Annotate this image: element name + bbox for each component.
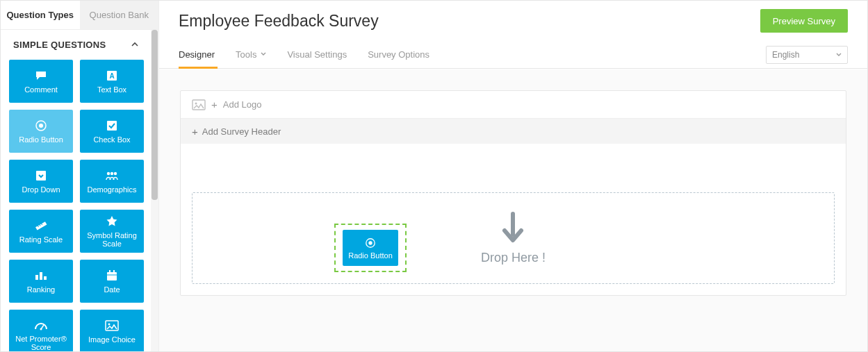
- sidebar-scroll-thumb[interactable]: [152, 30, 158, 200]
- add-logo-label: Add Logo: [223, 99, 262, 110]
- question-tile-grid: Comment A Text Box Radio Button Check Bo…: [1, 56, 151, 352]
- chevron-down-icon: [836, 50, 842, 60]
- tile-label: Demographics: [84, 185, 140, 194]
- tile-text-box[interactable]: A Text Box: [80, 60, 144, 103]
- svg-point-3: [39, 124, 43, 128]
- tab-question-bank[interactable]: Question Bank: [80, 1, 159, 29]
- tab-visual-settings[interactable]: Visual Settings: [287, 41, 347, 69]
- svg-rect-18: [109, 270, 110, 273]
- checkbox-icon: [106, 119, 118, 133]
- star-icon: [106, 215, 118, 228]
- svg-point-24: [108, 324, 110, 326]
- chevron-down-icon: [261, 51, 266, 58]
- add-survey-header-row[interactable]: + Add Survey Header: [181, 119, 846, 144]
- people-icon: [104, 169, 120, 183]
- tile-comment[interactable]: Comment: [9, 60, 73, 103]
- tile-label: Comment: [21, 85, 61, 94]
- tile-label: Symbol Rating Scale: [80, 231, 144, 248]
- dropdown-icon: [35, 169, 47, 183]
- tile-rating-scale[interactable]: Rating Scale: [9, 210, 73, 253]
- comment-icon: [35, 69, 47, 83]
- tile-label: Ranking: [24, 285, 58, 294]
- calendar-icon: [106, 269, 118, 283]
- tile-symbol-rating[interactable]: Symbol Rating Scale: [80, 210, 144, 253]
- chevron-up-icon: [131, 40, 138, 50]
- svg-line-22: [41, 325, 44, 329]
- tile-check-box[interactable]: Check Box: [80, 110, 144, 153]
- svg-point-8: [114, 172, 117, 175]
- svg-rect-4: [107, 121, 117, 131]
- svg-rect-14: [40, 272, 42, 280]
- tab-tools-label: Tools: [236, 49, 256, 60]
- drag-ghost-label: Radio Button: [348, 251, 393, 260]
- svg-rect-5: [36, 171, 46, 181]
- plus-icon: +: [211, 99, 218, 110]
- add-logo-row[interactable]: + Add Logo: [181, 91, 846, 119]
- language-value: English: [772, 50, 799, 60]
- image-placeholder-icon: [192, 99, 206, 110]
- tile-drop-down[interactable]: Drop Down: [9, 160, 73, 203]
- svg-rect-15: [44, 276, 47, 280]
- add-header-label: Add Survey Header: [202, 126, 281, 137]
- gauge-icon: [34, 318, 48, 332]
- sidebar-scroll: SIMPLE QUESTIONS Comment A Text Box: [1, 30, 151, 352]
- preview-survey-button[interactable]: Preview Survey: [760, 9, 848, 33]
- tile-ranking[interactable]: Ranking: [9, 260, 73, 303]
- arrow-down-icon: [481, 211, 546, 246]
- tile-label: Drop Down: [18, 185, 63, 194]
- section-title: SIMPLE QUESTIONS: [13, 40, 106, 50]
- svg-point-26: [195, 102, 197, 104]
- sidebar-tabs: Question Types Question Bank: [1, 1, 158, 30]
- tab-survey-options[interactable]: Survey Options: [368, 41, 429, 69]
- sidebar-scrollbar[interactable]: [151, 30, 158, 352]
- tile-demographics[interactable]: Demographics: [80, 160, 144, 203]
- sidebar: Question Types Question Bank SIMPLE QUES…: [1, 1, 159, 352]
- ruler-icon: [34, 219, 48, 233]
- language-select[interactable]: English: [766, 46, 848, 64]
- tab-question-types[interactable]: Question Types: [1, 1, 80, 29]
- drag-ghost: Radio Button: [334, 224, 407, 272]
- svg-point-7: [110, 172, 113, 175]
- image-icon: [105, 319, 119, 333]
- canvas: + Add Logo + Add Survey Header Drop Here…: [159, 69, 867, 352]
- tile-image-choice[interactable]: Image Choice: [80, 310, 144, 352]
- radio-icon: [35, 119, 47, 133]
- tab-tools[interactable]: Tools: [236, 41, 266, 69]
- drag-ghost-tile: Radio Button: [343, 230, 398, 266]
- section-simple-questions[interactable]: SIMPLE QUESTIONS: [1, 30, 151, 56]
- podium-icon: [34, 269, 48, 283]
- svg-point-6: [107, 172, 110, 175]
- plus-icon: +: [192, 126, 198, 137]
- svg-rect-13: [35, 275, 38, 280]
- tile-label: Date: [100, 285, 123, 294]
- active-tab-underline: [179, 67, 218, 69]
- tab-designer[interactable]: Designer: [179, 41, 215, 69]
- tile-label: Radio Button: [15, 135, 67, 144]
- page-title: Employee Feedback Survey: [179, 12, 760, 31]
- tile-label: Rating Scale: [16, 235, 66, 244]
- sub-nav: Designer Tools Visual Settings Survey Op…: [159, 41, 867, 69]
- svg-text:A: A: [109, 72, 114, 80]
- svg-rect-19: [113, 270, 115, 273]
- survey-card: + Add Logo + Add Survey Header Drop Here…: [180, 90, 846, 296]
- main-area: Employee Feedback Survey Preview Survey …: [159, 1, 867, 352]
- drop-zone-hint: Drop Here !: [481, 211, 546, 265]
- header: Employee Feedback Survey Preview Survey: [159, 1, 867, 41]
- tile-radio-button[interactable]: Radio Button: [9, 110, 73, 153]
- radio-icon: [365, 237, 376, 249]
- tile-label: Check Box: [90, 135, 133, 144]
- svg-rect-9: [35, 221, 47, 230]
- tile-label: Text Box: [94, 85, 130, 94]
- drop-zone[interactable]: Drop Here ! Radio Button: [192, 192, 835, 284]
- drop-here-label: Drop Here !: [481, 251, 546, 265]
- svg-point-29: [368, 241, 372, 244]
- textbox-icon: A: [106, 69, 118, 83]
- tile-date[interactable]: Date: [80, 260, 144, 303]
- tile-label: Image Choice: [85, 335, 139, 344]
- tile-nps[interactable]: Net Promoter® Score: [9, 310, 73, 352]
- tile-label: Net Promoter® Score: [9, 335, 73, 351]
